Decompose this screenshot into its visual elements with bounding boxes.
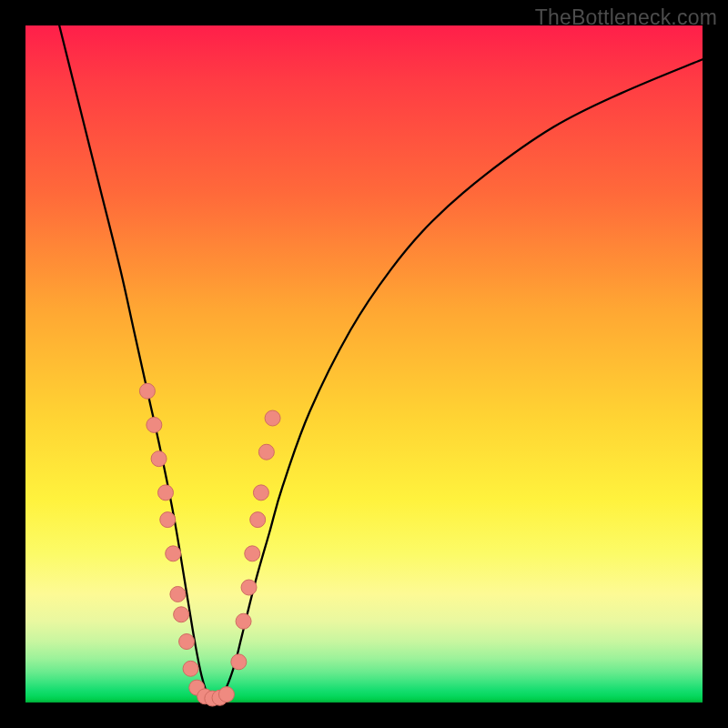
plot-area — [25, 25, 703, 703]
curve-layer — [25, 25, 703, 703]
sample-dot — [166, 546, 181, 561]
sample-dot — [253, 485, 268, 500]
sample-dot — [241, 580, 257, 595]
sample-dot — [139, 383, 155, 399]
chart-frame: TheBottleneck.com — [0, 0, 728, 728]
sample-dot — [245, 546, 260, 561]
sample-dot — [218, 687, 234, 703]
sample-dot — [250, 512, 266, 528]
sample-dot — [174, 607, 189, 622]
sample-dot — [158, 485, 174, 500]
sample-dot — [183, 661, 198, 676]
bottleneck-curve — [59, 25, 703, 699]
sample-dot — [236, 613, 251, 629]
sample-dot — [258, 444, 274, 460]
sample-dot — [231, 654, 247, 670]
sample-dot — [170, 586, 186, 602]
sample-dot — [151, 451, 167, 467]
sample-dot — [147, 417, 162, 432]
sample-dots — [139, 383, 280, 706]
sample-dot — [265, 410, 280, 426]
sample-dot — [179, 634, 195, 650]
sample-dot — [160, 512, 176, 528]
